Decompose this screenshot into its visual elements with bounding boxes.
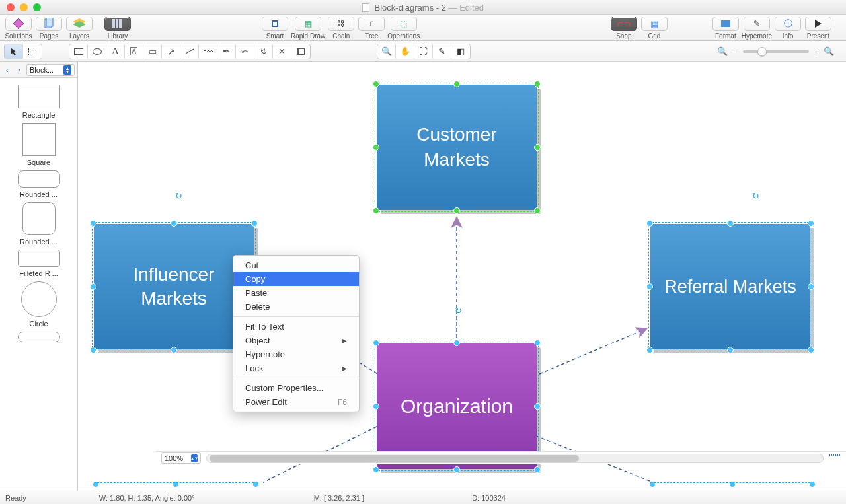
pages-button[interactable]: Pages [34, 17, 63, 40]
rotate-handle-icon[interactable]: ↻ [455, 306, 462, 316]
canvas[interactable]: ↻ ↻ ↻ ↻ ↻ CustomerMarkets InfluencerMark… [78, 62, 846, 491]
resize-handle[interactable] [534, 466, 541, 473]
present-button[interactable]: Present [804, 17, 833, 40]
resize-handle[interactable] [808, 283, 814, 290]
eyedropper-tool[interactable]: ✎ [433, 44, 451, 59]
chain-button[interactable]: ⛓Chain [327, 17, 356, 40]
info-button[interactable]: ⓘInfo [773, 17, 802, 40]
rect-tool[interactable] [69, 44, 88, 59]
zoom-tool[interactable]: 🔍 [377, 44, 396, 59]
curve-tool[interactable]: 〰 [199, 44, 217, 59]
zoom-slider[interactable] [743, 50, 809, 53]
resize-handle[interactable] [373, 466, 379, 473]
stencil-circle[interactable]: Circle [21, 281, 57, 328]
stencil-rectangle[interactable]: Rectangle [18, 85, 60, 119]
text-tool[interactable]: A [106, 44, 125, 59]
scrollbar-thumb[interactable] [210, 455, 579, 462]
library-button[interactable]: Library [103, 17, 132, 40]
smart-button[interactable]: Smart [260, 17, 289, 40]
format-button[interactable]: Format [711, 17, 740, 40]
resize-handle[interactable] [727, 347, 734, 353]
menu-copy[interactable]: Copy [233, 272, 359, 286]
operations-button[interactable]: ⬚Operations [387, 17, 420, 40]
resize-handle[interactable] [808, 347, 814, 353]
horizontal-scrollbar[interactable] [206, 454, 824, 463]
resize-handle[interactable] [373, 403, 379, 410]
zoom-slider-knob[interactable] [757, 47, 767, 56]
pen-tool[interactable]: ✒ [217, 44, 236, 59]
line-tool[interactable] [180, 44, 199, 59]
resize-handle[interactable] [171, 220, 177, 227]
crop-tool[interactable] [291, 44, 310, 59]
stencil-rounded-square[interactable]: Rounded ... [20, 202, 58, 246]
resize-handle[interactable] [727, 220, 734, 227]
resize-handle[interactable] [171, 347, 177, 353]
zoom-out-icon[interactable]: 🔍 [717, 46, 728, 56]
resize-handle[interactable] [373, 340, 379, 346]
resize-handle[interactable] [534, 403, 541, 410]
resize-handle[interactable] [90, 220, 96, 227]
stencil-filleted-rect[interactable]: Filleted R ... [18, 250, 60, 277]
menu-custom-properties[interactable]: Custom Properties... [233, 381, 359, 395]
grid-button[interactable]: ▦Grid [640, 17, 669, 40]
stencil-forward-button[interactable]: › [15, 65, 24, 75]
eraser-tool[interactable]: ◧ [451, 44, 470, 59]
connector1-tool[interactable]: ↯ [254, 44, 273, 59]
rapid-draw-button[interactable]: ▦Rapid Draw [291, 17, 325, 40]
resize-handle[interactable] [646, 283, 653, 290]
resize-handle[interactable] [373, 144, 379, 151]
menu-power-edit[interactable]: Power EditF6 [233, 395, 359, 409]
resize-handle[interactable] [646, 220, 653, 227]
tree-button[interactable]: ⎍Tree [357, 17, 386, 40]
marquee-tool[interactable] [23, 44, 42, 59]
stencil-extra[interactable] [18, 332, 60, 342]
stencil-back-button[interactable]: ‹ [3, 65, 12, 75]
hand-tool[interactable]: ✋ [396, 44, 414, 59]
stencil-dropdown[interactable]: Block... ▲▼ [26, 64, 75, 76]
block-influencer-markets[interactable]: InfluencerMarkets [94, 224, 254, 349]
pointer-tool[interactable] [5, 44, 23, 59]
callout-tool[interactable]: ▭ [143, 44, 162, 59]
hypernote-button[interactable]: ✎Hypernote [742, 17, 772, 40]
menu-cut[interactable]: Cut [233, 258, 359, 272]
block-customer-markets[interactable]: CustomerMarkets [377, 85, 537, 210]
menu-fit-to-text[interactable]: Fit To Text [233, 320, 359, 334]
arrow-tool[interactable]: ↗ [162, 44, 180, 59]
resize-handle[interactable] [373, 207, 379, 214]
menu-paste[interactable]: Paste [233, 286, 359, 300]
block-organization[interactable]: Organization [377, 343, 537, 469]
solutions-button[interactable]: Solutions [4, 17, 33, 40]
rotate-handle-icon[interactable]: ↻ [175, 191, 182, 201]
rotate-handle-icon[interactable]: ↻ [752, 191, 759, 201]
stencil-square[interactable]: Square [22, 123, 56, 166]
menu-hypernote[interactable]: Hypernote [233, 347, 359, 361]
resize-handle[interactable] [373, 81, 379, 87]
resize-handle[interactable] [646, 347, 653, 353]
resize-handle[interactable] [534, 81, 541, 87]
stamp-tool[interactable]: ⛶ [414, 44, 433, 59]
resize-handle[interactable] [453, 81, 460, 87]
resize-handle[interactable] [534, 144, 541, 151]
textbox-tool[interactable]: A [125, 44, 143, 59]
connector2-tool[interactable]: ✕ [273, 44, 291, 59]
zoom-combo[interactable]: 100% ▲▼ [161, 452, 201, 464]
snap-button[interactable]: ⊂⊃Snap [609, 17, 638, 40]
resize-handle[interactable] [90, 347, 96, 353]
zoom-in-icon[interactable]: 🔍 [824, 46, 834, 56]
resize-handle[interactable] [808, 220, 814, 227]
resize-handle[interactable] [90, 283, 96, 290]
bucket-tool[interactable]: ⤺ [236, 44, 254, 59]
layers-button[interactable]: Layers [65, 17, 94, 40]
resize-handle[interactable] [251, 220, 258, 227]
resize-handle[interactable] [534, 207, 541, 214]
block-referral-markets[interactable]: Referral Markets [650, 224, 810, 349]
resize-handle[interactable] [453, 340, 460, 346]
menu-object[interactable]: Object▶ [233, 334, 359, 347]
stencil-rounded-rect[interactable]: Rounded ... [18, 170, 60, 198]
ruler-toggle[interactable] [829, 454, 841, 463]
resize-handle[interactable] [453, 466, 460, 473]
resize-handle[interactable] [453, 207, 460, 214]
ellipse-tool[interactable] [88, 44, 106, 59]
resize-handle[interactable] [534, 340, 541, 346]
menu-lock[interactable]: Lock▶ [233, 361, 359, 375]
